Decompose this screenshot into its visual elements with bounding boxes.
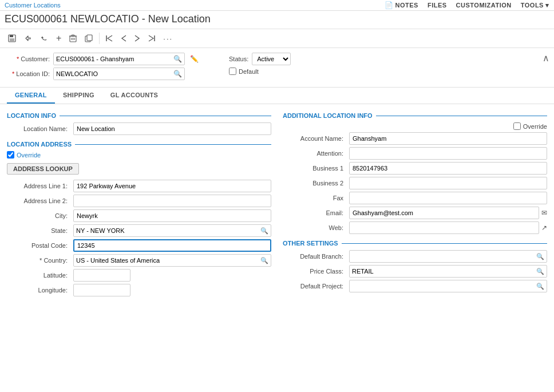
postal-code-label: Postal Code:	[7, 242, 70, 249]
attention-label: Attention:	[283, 150, 346, 157]
state-label: State:	[7, 227, 70, 234]
location-name-input[interactable]	[73, 122, 271, 135]
undo-button[interactable]	[37, 32, 52, 45]
delete-button[interactable]	[66, 32, 80, 45]
customer-field[interactable]: 🔍	[53, 53, 185, 65]
web-row: ↗	[349, 221, 547, 234]
default-project-search-btn[interactable]: 🔍	[534, 283, 547, 290]
email-row: ✉	[349, 207, 547, 219]
location-id-row: Location ID: 🔍	[7, 68, 200, 80]
address-line2-input[interactable]	[73, 195, 271, 207]
postal-code-input[interactable]	[73, 239, 271, 252]
account-name-label: Account Name:	[283, 135, 346, 142]
city-input[interactable]	[73, 209, 271, 222]
collapse-button[interactable]: ∧	[543, 53, 549, 64]
price-class-label: Price Class:	[283, 268, 346, 275]
country-search-btn[interactable]: 🔍	[258, 257, 271, 264]
prev-button[interactable]	[117, 33, 130, 44]
email-icon-btn[interactable]: ✉	[541, 209, 547, 217]
business1-label: Business 1	[283, 165, 346, 172]
additional-info-header: ADDITIONAL LOCATION INFO	[283, 112, 547, 119]
tab-shipping[interactable]: SHIPPING	[55, 88, 102, 104]
next-button[interactable]	[131, 33, 144, 44]
header-fields: Customer: 🔍 ✏️ Location ID: 🔍 Status: A	[0, 48, 554, 88]
longitude-input[interactable]	[73, 284, 130, 296]
notes-icon: 📄	[385, 1, 394, 9]
tab-general[interactable]: GENERAL	[7, 88, 55, 104]
customer-edit-btn[interactable]: ✏️	[188, 55, 200, 63]
top-actions: 📄 NOTES FILES CUSTOMIZATION TOOLS ▾	[385, 1, 549, 9]
additional-override-checkbox[interactable]	[513, 122, 521, 130]
default-project-field[interactable]: 🔍	[349, 280, 547, 292]
address-override-checkbox[interactable]	[7, 151, 14, 159]
default-branch-input[interactable]	[350, 251, 534, 262]
address-line1-input[interactable]	[73, 180, 271, 192]
state-input[interactable]	[74, 225, 258, 236]
status-row: Status: Active Inactive	[229, 53, 291, 65]
email-label: Email:	[283, 209, 346, 216]
notes-button[interactable]: 📄 NOTES	[385, 1, 418, 9]
customer-label: Customer:	[7, 56, 50, 62]
location-name-label: Location Name:	[7, 125, 70, 132]
save-button[interactable]	[5, 32, 19, 45]
last-button[interactable]	[145, 33, 159, 44]
default-project-input[interactable]	[350, 280, 534, 292]
default-branch-search-btn[interactable]: 🔍	[534, 253, 547, 260]
address-lookup-button[interactable]: ADDRESS LOOKUP	[7, 163, 79, 175]
discard-button[interactable]	[21, 32, 35, 45]
location-info-grid: Location Name:	[7, 122, 271, 135]
form-body: LOCATION INFO Location Name: LOCATION AD…	[0, 104, 554, 392]
price-class-input[interactable]	[350, 266, 534, 277]
business2-label: Business 2	[283, 180, 346, 187]
state-search-btn[interactable]: 🔍	[258, 227, 271, 235]
web-icon-btn[interactable]: ↗	[541, 224, 547, 232]
tabs: GENERAL SHIPPING GL ACCOUNTS	[0, 88, 554, 104]
latitude-input[interactable]	[73, 269, 130, 282]
email-input[interactable]	[349, 207, 539, 219]
default-checkbox[interactable]	[229, 68, 236, 75]
add-button[interactable]: +	[53, 31, 65, 45]
attention-input[interactable]	[349, 147, 547, 160]
location-id-field[interactable]: 🔍	[53, 68, 185, 80]
additional-override-label: Override	[523, 123, 547, 130]
business2-input[interactable]	[349, 177, 547, 189]
svg-rect-2	[10, 38, 14, 41]
state-field[interactable]: 🔍	[73, 224, 271, 237]
tab-gl-accounts[interactable]: GL ACCOUNTS	[102, 88, 166, 104]
business1-input[interactable]	[349, 162, 547, 175]
status-select[interactable]: Active Inactive	[252, 53, 291, 65]
country-input[interactable]	[74, 255, 258, 266]
price-class-field[interactable]: 🔍	[349, 265, 547, 278]
tools-button[interactable]: TOOLS ▾	[521, 2, 549, 9]
copy-button[interactable]	[81, 32, 96, 45]
default-row: Default	[229, 68, 291, 75]
fax-label: Fax	[283, 195, 346, 201]
account-name-input[interactable]	[349, 132, 547, 145]
customer-search-btn[interactable]: 🔍	[171, 55, 184, 63]
country-label: * Country:	[7, 257, 70, 264]
svg-rect-1	[10, 35, 13, 37]
default-branch-label: Default Branch:	[283, 253, 346, 260]
address-override-label: Override	[17, 152, 41, 159]
fax-input[interactable]	[349, 192, 547, 204]
header-right: Status: Active Inactive Default	[229, 53, 291, 75]
location-id-search-btn[interactable]: 🔍	[171, 70, 184, 78]
other-settings-grid: Default Branch: 🔍 Price Class: 🔍 Default…	[283, 250, 547, 292]
default-project-label: Default Project:	[283, 283, 346, 290]
files-button[interactable]: FILES	[428, 2, 447, 9]
address-line2-label: Address Line 2:	[7, 197, 70, 204]
price-class-search-btn[interactable]: 🔍	[534, 268, 547, 275]
form-left: LOCATION INFO Location Name: LOCATION AD…	[7, 110, 271, 386]
customization-button[interactable]: CUSTOMIZATION	[456, 2, 512, 9]
web-input[interactable]	[349, 221, 539, 234]
first-button[interactable]	[102, 33, 116, 44]
default-branch-field[interactable]: 🔍	[349, 250, 547, 263]
customer-input[interactable]	[54, 53, 171, 65]
more-button[interactable]: ···	[160, 32, 176, 45]
country-field[interactable]: 🔍	[73, 254, 271, 267]
location-id-input[interactable]	[54, 68, 171, 80]
breadcrumb[interactable]: Customer Locations	[5, 2, 61, 9]
toolbar-separator	[99, 33, 100, 44]
latitude-label: Latitude:	[7, 272, 70, 279]
svg-rect-10	[87, 35, 92, 41]
